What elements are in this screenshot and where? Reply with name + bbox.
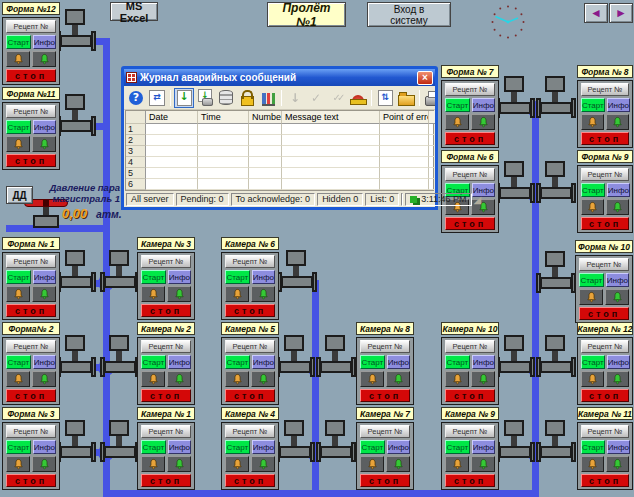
archive-db-icon[interactable] — [195, 88, 215, 108]
recipe-button[interactable]: Рецепт № — [579, 258, 629, 271]
recipe-button[interactable]: Рецепт № — [360, 425, 410, 438]
info-button[interactable]: Инфо — [607, 355, 630, 369]
valve-icon[interactable] — [100, 335, 140, 387]
nav-left-button[interactable]: ◄ — [584, 3, 608, 23]
database-icon[interactable] — [216, 88, 236, 108]
recipe-button[interactable]: Рецепт № — [141, 255, 191, 268]
start-button[interactable]: Старт — [6, 440, 31, 454]
valve-icon[interactable] — [275, 420, 315, 472]
alarm-green-bell-button[interactable] — [606, 114, 629, 130]
info-button[interactable]: Инфо — [33, 120, 56, 134]
alarm-orange-bell-button[interactable] — [581, 114, 604, 130]
info-button[interactable]: Инфо — [472, 440, 495, 454]
recipe-button[interactable]: Рецепт № — [445, 83, 495, 96]
alarm-green-bell-button[interactable] — [606, 371, 629, 387]
window-titlebar[interactable]: Журнал аварийных сообщений × — [124, 69, 435, 86]
alarm-orange-bell-button[interactable] — [6, 136, 30, 152]
stop-button[interactable]: стоп — [360, 389, 410, 402]
valve-icon[interactable] — [316, 335, 356, 387]
alarm-orange-bell-button[interactable] — [141, 456, 165, 472]
alarm-orange-bell-button[interactable] — [6, 286, 30, 302]
start-button[interactable]: Старт — [141, 355, 166, 369]
alarm-green-bell-button[interactable] — [471, 371, 495, 387]
info-button[interactable]: Инфо — [472, 355, 495, 369]
alarm-orange-bell-button[interactable] — [445, 371, 469, 387]
info-button[interactable]: Инфо — [387, 355, 410, 369]
stop-button[interactable]: стоп — [6, 389, 56, 402]
start-button[interactable]: Старт — [225, 440, 250, 454]
stop-button[interactable]: стоп — [141, 304, 191, 317]
info-button[interactable]: Инфо — [252, 355, 275, 369]
recipe-button[interactable]: Рецепт № — [445, 425, 495, 438]
start-button[interactable]: Старт — [6, 270, 31, 284]
stop-button[interactable]: стоп — [141, 474, 191, 487]
recipe-button[interactable]: Рецепт № — [6, 20, 56, 33]
info-button[interactable]: Инфо — [252, 270, 275, 284]
info-button[interactable]: Инфо — [607, 183, 630, 197]
valve-icon[interactable] — [536, 161, 576, 213]
recipe-button[interactable]: Рецепт № — [445, 168, 495, 181]
start-button[interactable]: Старт — [6, 120, 31, 134]
folder-alarm-icon[interactable] — [396, 88, 416, 108]
alarm-green-bell-button[interactable] — [32, 371, 56, 387]
dd-sensor-button[interactable]: ДД — [6, 186, 33, 204]
alarm-orange-bell-button[interactable] — [581, 456, 604, 472]
alarm-green-bell-button[interactable] — [251, 286, 275, 302]
stop-button[interactable]: стоп — [445, 389, 495, 402]
valve-icon[interactable] — [275, 335, 315, 387]
start-button[interactable]: Старт — [360, 440, 385, 454]
alarm-orange-bell-button[interactable] — [141, 286, 165, 302]
lock-icon[interactable] — [237, 88, 257, 108]
column-header[interactable]: Time — [198, 111, 249, 124]
alarm-green-bell-button[interactable] — [386, 371, 410, 387]
stop-button[interactable]: стоп — [445, 474, 495, 487]
help-icon[interactable] — [126, 88, 146, 108]
valve-icon[interactable] — [536, 251, 576, 303]
recipe-button[interactable]: Рецепт № — [6, 255, 56, 268]
stop-button[interactable]: стоп — [225, 474, 275, 487]
login-button[interactable]: Вход в систему — [367, 2, 451, 27]
valve-icon[interactable] — [56, 335, 96, 387]
valve-icon[interactable] — [56, 420, 96, 472]
valve-icon[interactable] — [536, 76, 576, 128]
recipe-button[interactable]: Рецепт № — [445, 340, 495, 353]
valve-icon[interactable] — [495, 161, 535, 213]
info-button[interactable]: Инфо — [606, 273, 629, 287]
alarm-green-bell-button[interactable] — [386, 456, 410, 472]
alarm-green-bell-button[interactable] — [471, 114, 495, 130]
start-button[interactable]: Старт — [445, 355, 470, 369]
stop-button[interactable]: стоп — [225, 389, 275, 402]
alarm-green-bell-button[interactable] — [167, 371, 191, 387]
start-button[interactable]: Старт — [141, 440, 166, 454]
stop-button[interactable]: стоп — [581, 474, 629, 487]
valve-icon[interactable] — [277, 250, 317, 302]
valve-icon[interactable] — [536, 335, 576, 387]
info-button[interactable]: Инфо — [387, 440, 410, 454]
table-row[interactable]: 1 — [126, 124, 433, 135]
alarm-orange-bell-button[interactable] — [6, 51, 30, 67]
stop-button[interactable]: стоп — [141, 389, 191, 402]
stop-button[interactable]: стоп — [581, 132, 629, 145]
recipe-button[interactable]: Рецепт № — [581, 425, 629, 438]
recipe-button[interactable]: Рецепт № — [225, 425, 275, 438]
stop-button[interactable]: стоп — [581, 217, 629, 230]
alarm-orange-bell-button[interactable] — [360, 371, 384, 387]
valve-icon[interactable] — [495, 335, 535, 387]
start-button[interactable]: Старт — [445, 440, 470, 454]
stop-button[interactable]: стоп — [6, 154, 56, 167]
start-button[interactable]: Старт — [445, 98, 470, 112]
start-button[interactable]: Старт — [225, 270, 250, 284]
info-button[interactable]: Инфо — [607, 440, 630, 454]
stop-button[interactable]: стоп — [225, 304, 275, 317]
recipe-button[interactable]: Рецепт № — [6, 340, 56, 353]
archive-view-icon[interactable] — [174, 88, 194, 108]
stop-button[interactable]: стоп — [445, 132, 495, 145]
valve-icon[interactable] — [316, 420, 356, 472]
start-button[interactable]: Старт — [141, 270, 166, 284]
alarm-green-bell-button[interactable] — [32, 286, 56, 302]
close-button[interactable]: × — [417, 71, 433, 85]
info-button[interactable]: Инфо — [33, 35, 56, 49]
autoscroll-icon[interactable] — [147, 88, 167, 108]
info-button[interactable]: Инфо — [33, 440, 56, 454]
table-row[interactable]: 4 — [126, 157, 433, 168]
